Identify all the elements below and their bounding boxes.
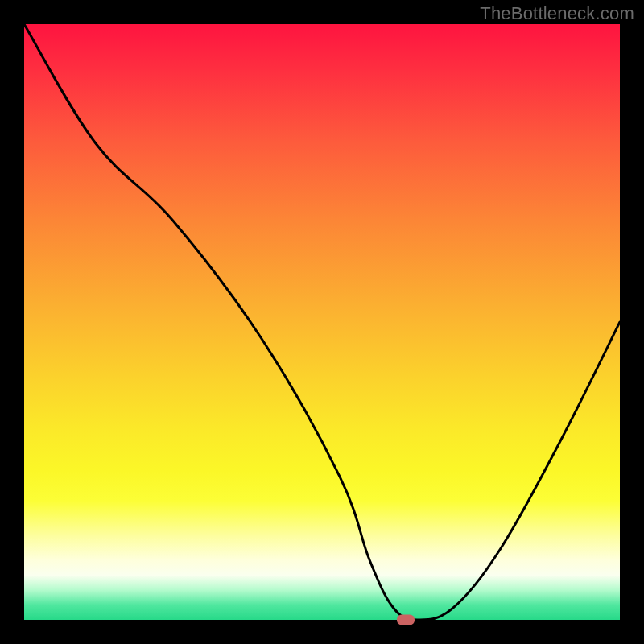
optimal-point-marker bbox=[397, 615, 415, 625]
chart-frame: TheBottleneck.com bbox=[0, 0, 644, 644]
bottleneck-curve bbox=[24, 24, 620, 620]
curve-path bbox=[24, 24, 620, 620]
plot-area bbox=[24, 24, 620, 620]
watermark-text: TheBottleneck.com bbox=[480, 3, 634, 24]
